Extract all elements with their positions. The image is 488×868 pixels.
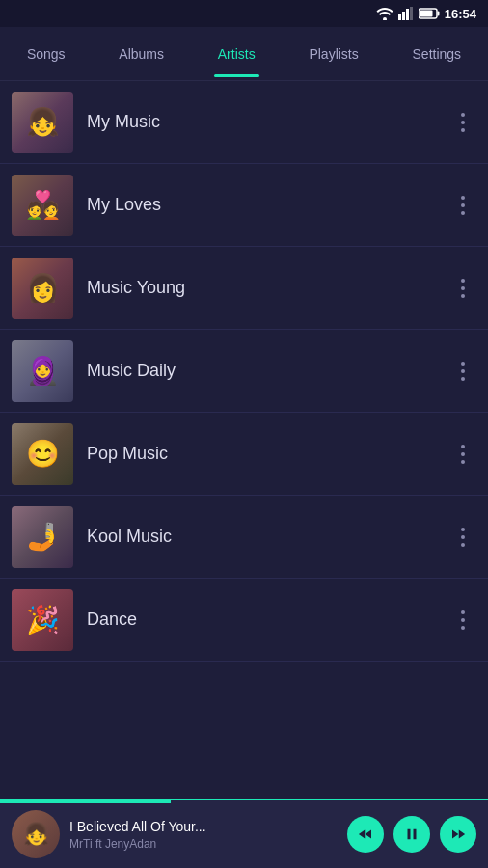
tab-settings[interactable]: Settings xyxy=(409,39,466,69)
player-info: I Believed All Of Your... MrTi ft JenyAd… xyxy=(69,819,338,851)
list-item[interactable]: 💑 My Loves xyxy=(0,164,488,247)
pause-icon xyxy=(403,826,420,843)
playlist-name: Music Young xyxy=(87,278,449,298)
wifi-icon xyxy=(376,7,393,20)
status-icons: 16:54 xyxy=(376,7,476,21)
more-options-button[interactable] xyxy=(449,269,476,308)
svg-point-0 xyxy=(383,17,387,20)
player-title: I Believed All Of Your... xyxy=(69,819,338,834)
rewind-button[interactable] xyxy=(347,816,384,853)
tab-albums[interactable]: Albums xyxy=(115,39,168,69)
playlist-thumbnail: 🤳 xyxy=(12,506,73,568)
status-bar: 16:54 xyxy=(0,0,488,27)
more-options-button[interactable] xyxy=(449,352,476,391)
playlist-thumbnail: 🧕 xyxy=(12,340,73,402)
fast-forward-button[interactable] xyxy=(440,816,476,853)
signal-icon xyxy=(398,7,414,20)
list-item[interactable]: 👩 Music Young xyxy=(0,247,488,330)
player-artist: MrTi ft JenyAdan xyxy=(69,837,338,851)
nav-tabs: Songs Albums Artists Playlists Settings xyxy=(0,27,488,81)
more-options-button[interactable] xyxy=(449,601,476,639)
list-item[interactable]: 😊 Pop Music xyxy=(0,413,488,496)
playlist-name: Kool Music xyxy=(87,527,449,547)
svg-rect-2 xyxy=(402,12,405,20)
list-item[interactable]: 🎉 Dance xyxy=(0,579,488,662)
tab-artists[interactable]: Artists xyxy=(214,39,259,69)
more-options-button[interactable] xyxy=(449,186,476,225)
playlist-thumbnail: 👧 xyxy=(12,92,73,153)
playlist-name: My Loves xyxy=(87,195,449,215)
more-options-button[interactable] xyxy=(449,103,476,142)
more-options-button[interactable] xyxy=(449,518,476,556)
rewind-icon xyxy=(357,826,374,843)
battery-icon xyxy=(419,8,440,19)
tab-playlists[interactable]: Playlists xyxy=(305,39,362,69)
playlist-thumbnail: 😊 xyxy=(12,423,73,485)
player-controls xyxy=(347,816,476,853)
list-item[interactable]: 🧕 Music Daily xyxy=(0,330,488,413)
more-options-button[interactable] xyxy=(449,435,476,474)
status-time: 16:54 xyxy=(445,7,476,21)
svg-rect-4 xyxy=(410,7,413,20)
svg-rect-6 xyxy=(437,12,439,16)
player-album-art: 👧 xyxy=(12,810,60,858)
playlist-name: My Music xyxy=(87,112,449,132)
playlist-thumbnail: 🎉 xyxy=(12,589,73,651)
player-bar: 👧 I Believed All Of Your... MrTi ft Jeny… xyxy=(0,799,488,868)
playlist-name: Pop Music xyxy=(87,444,449,464)
playlist-name: Dance xyxy=(87,610,449,630)
pause-button[interactable] xyxy=(393,816,430,853)
playlist-list: 👧 My Music 💑 My Loves 👩 Music Young xyxy=(0,81,488,662)
playlist-name: Music Daily xyxy=(87,361,449,381)
playlist-thumbnail: 💑 xyxy=(12,175,73,236)
svg-rect-3 xyxy=(406,9,409,20)
fast-forward-icon xyxy=(449,826,467,843)
svg-rect-7 xyxy=(420,11,432,17)
tab-songs[interactable]: Songs xyxy=(23,39,69,69)
svg-rect-1 xyxy=(398,14,401,20)
list-item[interactable]: 👧 My Music xyxy=(0,81,488,164)
playlist-thumbnail: 👩 xyxy=(12,258,73,319)
list-item[interactable]: 🤳 Kool Music xyxy=(0,496,488,579)
player-progress-bar xyxy=(0,800,171,803)
